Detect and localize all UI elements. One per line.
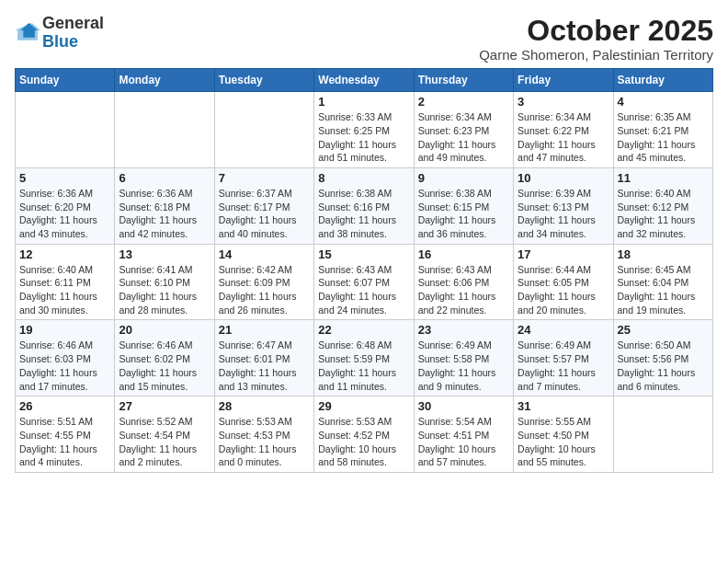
day-info: Sunrise: 6:42 AM Sunset: 6:09 PM Dayligh…: [219, 263, 310, 317]
calendar-cell: 30Sunrise: 5:54 AM Sunset: 4:51 PM Dayli…: [414, 396, 513, 473]
day-info: Sunrise: 5:52 AM Sunset: 4:54 PM Dayligh…: [119, 415, 210, 469]
day-info: Sunrise: 6:48 AM Sunset: 5:59 PM Dayligh…: [318, 339, 409, 393]
calendar-cell: 17Sunrise: 6:44 AM Sunset: 6:05 PM Dayli…: [514, 244, 613, 320]
calendar-cell: 7Sunrise: 6:37 AM Sunset: 6:17 PM Daylig…: [214, 167, 313, 244]
day-number: 22: [318, 323, 409, 337]
day-info: Sunrise: 6:33 AM Sunset: 6:25 PM Dayligh…: [318, 110, 409, 165]
day-info: Sunrise: 6:43 AM Sunset: 6:06 PM Dayligh…: [418, 263, 509, 317]
calendar-week-row: 1Sunrise: 6:33 AM Sunset: 6:25 PM Daylig…: [16, 92, 713, 168]
day-info: Sunrise: 6:34 AM Sunset: 6:22 PM Dayligh…: [518, 110, 609, 165]
day-info: Sunrise: 6:49 AM Sunset: 5:58 PM Dayligh…: [418, 339, 509, 393]
day-number: 6: [119, 171, 210, 185]
day-info: Sunrise: 6:46 AM Sunset: 6:03 PM Dayligh…: [19, 339, 110, 393]
day-info: Sunrise: 6:50 AM Sunset: 5:56 PM Dayligh…: [618, 339, 709, 393]
logo-blue: Blue: [42, 32, 78, 51]
day-info: Sunrise: 6:38 AM Sunset: 6:16 PM Dayligh…: [318, 187, 409, 241]
day-number: 12: [19, 247, 110, 261]
day-number: 30: [418, 399, 509, 413]
calendar-cell: 2Sunrise: 6:34 AM Sunset: 6:23 PM Daylig…: [414, 92, 513, 168]
calendar-week-row: 12Sunrise: 6:40 AM Sunset: 6:11 PM Dayli…: [16, 244, 713, 320]
weekday-header: Monday: [115, 69, 214, 92]
day-info: Sunrise: 6:47 AM Sunset: 6:01 PM Dayligh…: [219, 339, 310, 393]
day-number: 29: [318, 399, 409, 413]
day-info: Sunrise: 6:43 AM Sunset: 6:07 PM Dayligh…: [318, 263, 409, 317]
logo-icon: [15, 20, 40, 46]
weekday-header: Saturday: [613, 69, 712, 92]
calendar-cell: 22Sunrise: 6:48 AM Sunset: 5:59 PM Dayli…: [314, 320, 414, 396]
day-info: Sunrise: 5:53 AM Sunset: 4:52 PM Dayligh…: [318, 415, 409, 469]
day-number: 13: [119, 247, 210, 261]
weekday-header: Sunday: [16, 69, 115, 92]
calendar-week-row: 19Sunrise: 6:46 AM Sunset: 6:03 PM Dayli…: [16, 320, 713, 396]
day-number: 28: [219, 399, 310, 413]
day-info: Sunrise: 6:46 AM Sunset: 6:02 PM Dayligh…: [119, 339, 210, 393]
calendar-cell: 10Sunrise: 6:39 AM Sunset: 6:13 PM Dayli…: [514, 167, 613, 244]
day-info: Sunrise: 6:40 AM Sunset: 6:12 PM Dayligh…: [618, 187, 709, 241]
day-number: 21: [219, 323, 310, 337]
day-number: 27: [119, 399, 210, 413]
day-number: 14: [219, 247, 310, 261]
weekday-header: Friday: [514, 69, 613, 92]
calendar-cell: 28Sunrise: 5:53 AM Sunset: 4:53 PM Dayli…: [214, 396, 313, 473]
calendar-cell: 4Sunrise: 6:35 AM Sunset: 6:21 PM Daylig…: [613, 92, 712, 168]
calendar-cell: 24Sunrise: 6:49 AM Sunset: 5:57 PM Dayli…: [514, 320, 613, 396]
calendar-cell: [16, 92, 115, 168]
day-info: Sunrise: 5:53 AM Sunset: 4:53 PM Dayligh…: [219, 415, 310, 469]
calendar-cell: [115, 92, 214, 168]
calendar-cell: 27Sunrise: 5:52 AM Sunset: 4:54 PM Dayli…: [115, 396, 214, 473]
calendar-cell: 29Sunrise: 5:53 AM Sunset: 4:52 PM Dayli…: [314, 396, 414, 473]
calendar-cell: [613, 396, 712, 473]
calendar-cell: 11Sunrise: 6:40 AM Sunset: 6:12 PM Dayli…: [613, 167, 712, 244]
day-info: Sunrise: 6:39 AM Sunset: 6:13 PM Dayligh…: [518, 187, 609, 241]
day-number: 2: [418, 95, 509, 109]
month-title: October 2025: [479, 15, 713, 47]
day-info: Sunrise: 6:34 AM Sunset: 6:23 PM Dayligh…: [418, 110, 509, 165]
day-info: Sunrise: 6:38 AM Sunset: 6:15 PM Dayligh…: [418, 187, 509, 241]
day-info: Sunrise: 6:36 AM Sunset: 6:18 PM Dayligh…: [119, 187, 210, 241]
calendar-cell: 1Sunrise: 6:33 AM Sunset: 6:25 PM Daylig…: [314, 92, 414, 168]
day-info: Sunrise: 6:35 AM Sunset: 6:21 PM Dayligh…: [618, 110, 709, 165]
day-info: Sunrise: 5:55 AM Sunset: 4:50 PM Dayligh…: [518, 415, 609, 469]
weekday-header: Thursday: [414, 69, 513, 92]
calendar-cell: 16Sunrise: 6:43 AM Sunset: 6:06 PM Dayli…: [414, 244, 513, 320]
calendar-week-row: 5Sunrise: 6:36 AM Sunset: 6:20 PM Daylig…: [16, 167, 713, 244]
calendar-cell: 21Sunrise: 6:47 AM Sunset: 6:01 PM Dayli…: [214, 320, 313, 396]
day-info: Sunrise: 6:44 AM Sunset: 6:05 PM Dayligh…: [518, 263, 609, 317]
day-number: 31: [518, 399, 609, 413]
title-block: October 2025 Qarne Shomeron, Palestinian…: [479, 15, 713, 63]
day-number: 3: [518, 95, 609, 109]
day-info: Sunrise: 6:49 AM Sunset: 5:57 PM Dayligh…: [518, 339, 609, 393]
logo-general: General: [42, 14, 104, 32]
day-number: 8: [318, 171, 409, 185]
day-number: 23: [418, 323, 509, 337]
calendar-cell: 31Sunrise: 5:55 AM Sunset: 4:50 PM Dayli…: [514, 396, 613, 473]
day-number: 17: [518, 247, 609, 261]
logo-text: General Blue: [42, 15, 104, 52]
day-number: 4: [618, 95, 709, 109]
day-info: Sunrise: 6:41 AM Sunset: 6:10 PM Dayligh…: [119, 263, 210, 317]
day-number: 25: [618, 323, 709, 337]
day-number: 16: [418, 247, 509, 261]
day-number: 15: [318, 247, 409, 261]
day-number: 20: [119, 323, 210, 337]
logo: General Blue: [15, 15, 104, 52]
calendar-week-row: 26Sunrise: 5:51 AM Sunset: 4:55 PM Dayli…: [16, 396, 713, 473]
day-number: 19: [19, 323, 110, 337]
weekday-header: Wednesday: [314, 69, 414, 92]
calendar-cell: 25Sunrise: 6:50 AM Sunset: 5:56 PM Dayli…: [613, 320, 712, 396]
calendar-cell: 19Sunrise: 6:46 AM Sunset: 6:03 PM Dayli…: [16, 320, 115, 396]
day-info: Sunrise: 5:51 AM Sunset: 4:55 PM Dayligh…: [19, 415, 110, 469]
calendar-cell: 18Sunrise: 6:45 AM Sunset: 6:04 PM Dayli…: [613, 244, 712, 320]
svg-marker-1: [15, 23, 40, 40]
day-info: Sunrise: 6:37 AM Sunset: 6:17 PM Dayligh…: [219, 187, 310, 241]
calendar-cell: 6Sunrise: 6:36 AM Sunset: 6:18 PM Daylig…: [115, 167, 214, 244]
calendar-cell: 23Sunrise: 6:49 AM Sunset: 5:58 PM Dayli…: [414, 320, 513, 396]
calendar-cell: 5Sunrise: 6:36 AM Sunset: 6:20 PM Daylig…: [16, 167, 115, 244]
day-number: 24: [518, 323, 609, 337]
day-info: Sunrise: 5:54 AM Sunset: 4:51 PM Dayligh…: [418, 415, 509, 469]
calendar-cell: [214, 92, 313, 168]
weekday-header: Tuesday: [214, 69, 313, 92]
day-number: 11: [618, 171, 709, 185]
day-number: 26: [19, 399, 110, 413]
calendar-cell: 12Sunrise: 6:40 AM Sunset: 6:11 PM Dayli…: [16, 244, 115, 320]
